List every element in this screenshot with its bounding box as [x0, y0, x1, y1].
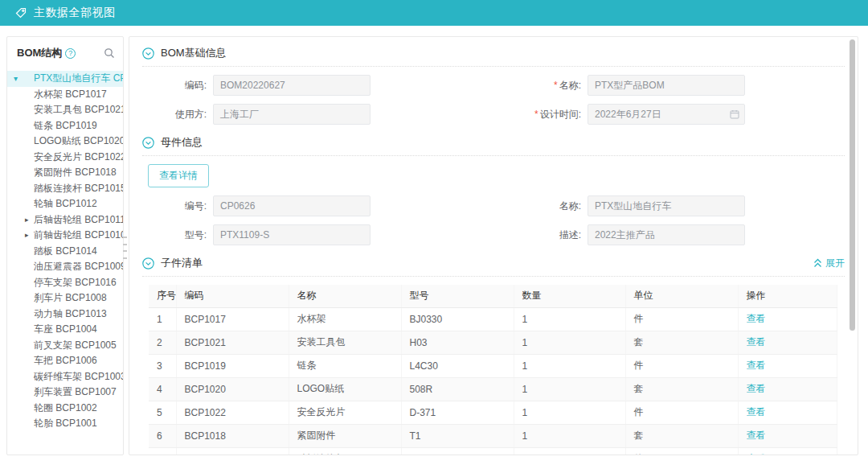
tree-item-label: 水杯架 BCP1017	[34, 88, 107, 100]
tree-item[interactable]: ▾PTX型山地自行车 CP0626	[7, 71, 123, 87]
tree-item-label: 后轴齿轮组 BCP1011	[34, 214, 123, 225]
field-input[interactable]: 2022主推产品	[588, 224, 745, 245]
view-link[interactable]: 查看	[747, 360, 766, 371]
chevron-right-icon[interactable]: ▸	[25, 212, 29, 228]
panel-resize-handle[interactable]	[123, 237, 127, 259]
collapse-circle-icon[interactable]	[142, 47, 154, 60]
table-cell: 2	[149, 331, 176, 354]
tree-item-label: 碳纤维车架 BCP1003	[34, 371, 123, 382]
table-cell: LOGO贴纸	[289, 377, 401, 401]
field-input[interactable]: PTX1109-S	[213, 224, 371, 245]
table-row: 5BCP1022安全反光片D-3711件查看	[149, 401, 837, 424]
search-icon[interactable]	[104, 47, 115, 59]
tree-item[interactable]: 安装工具包 BCP1021	[7, 102, 123, 118]
form-field: *名称:PTX型产品BOM	[510, 75, 845, 96]
chevron-down-icon[interactable]: ▾	[14, 71, 18, 87]
table-cell: 3	[149, 354, 176, 377]
calendar-icon[interactable]	[730, 109, 739, 119]
help-icon[interactable]: ?	[65, 48, 76, 59]
tree-item-label: 刹车片 BCP1008	[34, 292, 107, 303]
tree-item[interactable]: 紧固附件 BCP1018	[7, 165, 123, 181]
tree-item[interactable]: 刹车片 BCP1008	[7, 290, 123, 306]
tree-item[interactable]: ▸前轴齿轮组 BCP1010	[7, 228, 123, 244]
expand-link[interactable]: 展开	[813, 257, 845, 270]
column-header: 编码	[176, 285, 289, 307]
section-header-child-list: 子件清单 展开	[142, 257, 845, 269]
table-cell: L5400	[401, 447, 514, 455]
table-cell: L4C30	[401, 354, 514, 377]
field-label: 编号:	[142, 200, 213, 213]
tag-icon	[14, 6, 27, 19]
table-cell: 1	[514, 424, 625, 447]
bom-structure-panel: BOM结构 ? ▾PTX型山地自行车 CP0626水杯架 BCP1017安装工具…	[6, 36, 124, 455]
field-label: 名称:	[510, 200, 588, 213]
table-cell: BCP1019	[176, 354, 289, 377]
form-field: 编号:CP0626	[142, 195, 510, 216]
view-link[interactable]: 查看	[747, 406, 766, 418]
view-link[interactable]: 查看	[747, 383, 766, 394]
field-label: 编码:	[142, 79, 213, 93]
table-cell: BCP1021	[176, 331, 289, 354]
field-input[interactable]: 2022年6月27日	[588, 104, 745, 125]
tree-item[interactable]: 前叉支架 BCP1005	[7, 338, 123, 354]
tree-item[interactable]: 水杯架 BCP1017	[7, 87, 123, 103]
table-cell-action: 查看	[738, 401, 837, 424]
view-link[interactable]: 查看	[747, 336, 766, 348]
view-link[interactable]: 查看	[747, 313, 766, 324]
table-cell: 508R	[401, 377, 514, 401]
tree-item[interactable]: 刹车装置 BCP1007	[7, 385, 123, 401]
field-input[interactable]: PTX型产品BOM	[588, 75, 745, 96]
field-input[interactable]: PTX型山地自行车	[588, 195, 745, 216]
table-cell: H03	[401, 331, 514, 354]
table-cell: 1	[514, 307, 625, 331]
form-field: 描述:2022主推产品	[510, 224, 845, 245]
required-asterisk: *	[534, 109, 538, 120]
table-cell: 件	[625, 354, 738, 377]
table-header-row: 序号编码名称型号数量单位操作	[149, 285, 837, 307]
tree-item[interactable]: 停车支架 BCP1016	[7, 275, 123, 291]
field-label: 使用方:	[142, 108, 213, 121]
tree-item[interactable]: 安全反光片 BCP1022	[7, 150, 123, 166]
bom-tree: ▾PTX型山地自行车 CP0626水杯架 BCP1017安装工具包 BCP102…	[7, 67, 123, 432]
table-cell: 1	[514, 401, 625, 424]
section-header-parent-info: 母件信息	[142, 136, 845, 149]
view-detail-button[interactable]: 查看详情	[148, 164, 209, 187]
table-cell: 套	[625, 377, 738, 401]
table-cell: 紧固附件	[289, 424, 401, 447]
tree-item[interactable]: 车座 BCP1004	[7, 322, 123, 338]
tree-item-label: 链条 BCP1019	[34, 120, 97, 131]
tree-item[interactable]: 油压避震器 BCP1009	[7, 259, 123, 275]
tree-item[interactable]: 踏板连接杆 BCP1015	[7, 181, 123, 197]
tree-item-label: 前轴齿轮组 BCP1010	[34, 229, 123, 241]
field-input[interactable]: 上海工厂	[213, 104, 371, 125]
table-cell: BCP1018	[176, 424, 289, 447]
tree-item[interactable]: LOGO贴纸 BCP1020	[7, 134, 123, 150]
double-chevron-up-icon	[813, 258, 822, 268]
tree-item[interactable]: 车把 BCP1006	[7, 353, 123, 369]
tree-item[interactable]: 踏板 BCP1014	[7, 244, 123, 260]
tree-item[interactable]: 链条 BCP1019	[7, 118, 123, 134]
tree-item[interactable]: ▸后轴齿轮组 BCP1011	[7, 212, 123, 228]
tree-item[interactable]: 轮胎 BCP1001	[7, 416, 123, 432]
tree-item[interactable]: 轮圈 BCP1002	[7, 401, 123, 417]
tree-item-label: 车把 BCP1006	[34, 355, 97, 366]
vertical-scrollbar[interactable]	[850, 39, 855, 331]
view-link[interactable]: 查看	[747, 453, 766, 455]
collapse-circle-icon[interactable]	[142, 257, 154, 269]
field-input[interactable]: CP0626	[213, 195, 371, 216]
collapse-circle-icon[interactable]	[142, 137, 154, 149]
table-cell: D-371	[401, 401, 514, 424]
field-input[interactable]: BOM20220627	[213, 75, 371, 96]
table-cell: 件	[625, 447, 738, 455]
table-cell: 1	[514, 354, 625, 377]
tree-item[interactable]: 轮轴 BCP1012	[7, 196, 123, 212]
table-cell: 1	[514, 447, 625, 455]
view-link[interactable]: 查看	[747, 430, 766, 441]
tree-item-label: 前叉支架 BCP1005	[34, 339, 117, 351]
tree-item[interactable]: 碳纤维车架 BCP1003	[7, 369, 123, 385]
chevron-right-icon[interactable]: ▸	[25, 228, 29, 244]
parent-info-form: 编号:CP0626名称:PTX型山地自行车型号:PTX1109-S描述:2022…	[142, 195, 845, 245]
divider	[142, 66, 845, 67]
tree-item[interactable]: 动力轴 BCP1013	[7, 306, 123, 323]
tree-item-label: 轮胎 BCP1001	[34, 418, 97, 429]
